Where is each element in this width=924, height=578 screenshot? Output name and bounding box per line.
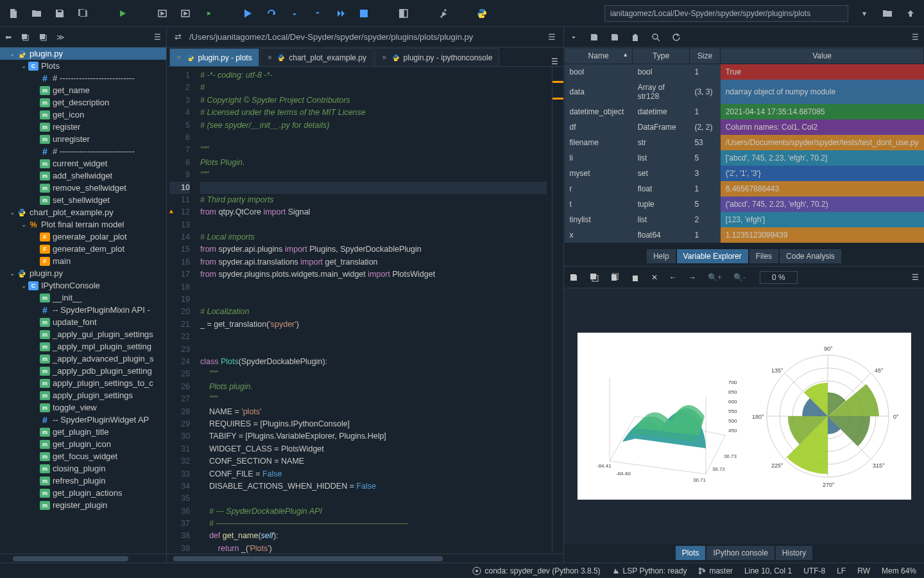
- editor-hscroll[interactable]: [167, 554, 563, 563]
- variable-row[interactable]: lilist5['abcd', 745, 2.23, 'efgh', 70.2]: [565, 150, 924, 166]
- status-cursor-pos[interactable]: Line 10, Col 1: [744, 566, 792, 575]
- right-tab[interactable]: Files: [749, 249, 778, 263]
- outline-item[interactable]: mget_plugin_icon: [0, 438, 166, 450]
- outline-item[interactable]: mcurrent_widget: [0, 157, 166, 170]
- save-icon[interactable]: [53, 6, 67, 21]
- expand-icon[interactable]: ≫: [56, 33, 65, 42]
- python-path-icon[interactable]: [476, 8, 488, 19]
- plot-zoomout-icon[interactable]: 🔍-: [733, 273, 746, 282]
- status-mem[interactable]: Mem 64%: [882, 566, 916, 575]
- tab-close-icon[interactable]: ×: [176, 53, 182, 62]
- outline-item[interactable]: mget_plugin_title: [0, 426, 166, 438]
- plot-viewer[interactable]: -84.41 -84.40 36.71 36.72 36.73 700 650 …: [564, 288, 924, 543]
- status-conda[interactable]: conda: spyder_dev (Python 3.8.5): [472, 566, 600, 575]
- outline-item[interactable]: mtoggle_view: [0, 401, 166, 414]
- run-icon[interactable]: [116, 6, 130, 21]
- variable-row[interactable]: filenamestr53/Users/Documents/spyder/spy…: [565, 135, 924, 150]
- debug-icon[interactable]: [241, 6, 255, 21]
- editor-tab[interactable]: ×plugin.py - ipythonconsole: [375, 48, 499, 66]
- preferences-icon[interactable]: [436, 6, 450, 21]
- debug-continue-icon[interactable]: [334, 6, 348, 21]
- editor-tab[interactable]: ×plugin.py - plots: [169, 48, 259, 66]
- debug-step-out-icon[interactable]: [311, 6, 325, 21]
- outline-item[interactable]: #-- SpyderPluginMixin API -: [0, 304, 166, 316]
- plot-deleteall-icon[interactable]: ✕: [651, 273, 658, 282]
- editor-minimap[interactable]: [552, 67, 563, 554]
- plot-copy-icon[interactable]: [610, 273, 619, 282]
- code-body[interactable]: # -*- coding: utf-8 -*-## Copyright © Sp…: [195, 67, 552, 554]
- run-cell-icon[interactable]: [155, 6, 169, 21]
- outline-item[interactable]: Fmain: [0, 255, 166, 267]
- outline-item[interactable]: mremove_shellwidget: [0, 182, 166, 194]
- outline-item[interactable]: munregister: [0, 133, 166, 145]
- plots-tab[interactable]: IPython console: [706, 546, 774, 560]
- outline-item[interactable]: Fgenerate_polar_plot: [0, 231, 166, 243]
- outline-item[interactable]: Fgenerate_dem_plot: [0, 243, 166, 255]
- outline-item[interactable]: mregister: [0, 121, 166, 133]
- ve-delete-icon[interactable]: [631, 33, 640, 42]
- status-lsp[interactable]: LSP Python: ready: [612, 566, 687, 575]
- outline-item[interactable]: mclosing_plugin: [0, 462, 166, 475]
- outline-tree[interactable]: ⌄plugin.py⌄CPlots## --------------------…: [0, 48, 166, 554]
- variable-row[interactable]: boolbool1True: [565, 64, 924, 80]
- tab-close-icon[interactable]: ×: [268, 53, 273, 62]
- outline-item[interactable]: mrefresh_plugin: [0, 475, 166, 487]
- ve-import-icon[interactable]: [569, 33, 578, 42]
- ve-menu-icon[interactable]: ☰: [912, 33, 919, 42]
- variable-row[interactable]: ttuple5('abcd', 745, 2.23, 'efgh', 70.2): [565, 197, 924, 212]
- status-encoding[interactable]: UTF-8: [803, 566, 825, 575]
- run-cell-advance-icon[interactable]: [178, 6, 193, 21]
- right-tab[interactable]: Variable Explorer: [677, 249, 748, 263]
- right-tab[interactable]: Code Analysis: [780, 249, 841, 263]
- ve-col-size[interactable]: Size: [689, 48, 720, 64]
- outline-item[interactable]: ## ---------------------------: [0, 72, 166, 84]
- plot-zoomin-icon[interactable]: 🔍+: [708, 273, 722, 282]
- outline-item[interactable]: ## ---------------------------: [0, 145, 166, 157]
- code-editor[interactable]: 1234567891011▲12131415161718192021222324…: [167, 67, 563, 554]
- outline-item[interactable]: mget_focus_widget: [0, 450, 166, 462]
- outline-item[interactable]: mset_shellwidget: [0, 194, 166, 206]
- outline-item[interactable]: ⌄CPlots: [0, 60, 166, 72]
- outline-item[interactable]: mapply_plugin_settings_to_c: [0, 377, 166, 389]
- outline-item[interactable]: m_apply_advanced_plugin_s: [0, 353, 166, 365]
- outline-item[interactable]: ⌄chart_plot_example.py: [0, 206, 166, 218]
- debug-stop-icon[interactable]: [357, 6, 371, 21]
- outline-item[interactable]: m_apply_pdb_plugin_setting: [0, 365, 166, 377]
- breadcrumb-nav-icon[interactable]: ⇄: [175, 32, 182, 42]
- parent-dir-icon[interactable]: [903, 6, 918, 21]
- plot-next-icon[interactable]: →: [689, 273, 696, 282]
- outline-item[interactable]: madd_shellwidget: [0, 170, 166, 182]
- variable-row[interactable]: tinylistlist2[123, 'efgh']: [565, 212, 924, 227]
- outline-item[interactable]: m_apply_mpl_plugin_setting: [0, 340, 166, 353]
- outline-item[interactable]: m__init__: [0, 292, 166, 304]
- variable-table[interactable]: Name▲ Type Size Value boolbool1TruedataA…: [564, 48, 924, 243]
- ve-saveas-icon[interactable]: [610, 33, 619, 42]
- ve-col-name[interactable]: Name▲: [565, 48, 633, 64]
- outline-item[interactable]: ⌄plugin.py: [0, 267, 166, 279]
- ve-col-value[interactable]: Value: [721, 48, 924, 64]
- outline-item[interactable]: mregister_plugin: [0, 499, 166, 511]
- variable-row[interactable]: dfDataFrame(2, 2)Column names: Col1, Col…: [565, 119, 924, 135]
- copy2-icon[interactable]: [38, 33, 47, 42]
- ve-save-icon[interactable]: [590, 33, 599, 42]
- variable-row[interactable]: xfloat6411.1235123099439: [565, 227, 924, 243]
- tab-close-icon[interactable]: ×: [382, 53, 387, 62]
- back-icon[interactable]: ⬅: [5, 33, 12, 42]
- new-file-icon[interactable]: [6, 6, 21, 21]
- outline-item[interactable]: m_apply_gui_plugin_settings: [0, 328, 166, 340]
- outline-item[interactable]: mupdate_font: [0, 316, 166, 328]
- outline-item[interactable]: mget_icon: [0, 109, 166, 121]
- maximize-pane-icon[interactable]: [397, 6, 411, 21]
- plot-delete-icon[interactable]: [631, 273, 640, 282]
- open-folder-icon[interactable]: [30, 6, 44, 21]
- ve-refresh-icon[interactable]: [672, 33, 681, 42]
- outline-item[interactable]: mget_description: [0, 96, 166, 109]
- editor-tab-menu-icon[interactable]: ☰: [546, 57, 563, 66]
- outline-item[interactable]: ⌄CIPythonConsole: [0, 279, 166, 292]
- outline-item[interactable]: #-- SpyderPluginWidget AP: [0, 414, 166, 426]
- working-dir-input[interactable]: [604, 5, 848, 22]
- save-all-icon[interactable]: [76, 6, 90, 21]
- outline-item[interactable]: mapply_plugin_settings: [0, 389, 166, 401]
- variable-row[interactable]: rfloat16.46567886443: [565, 181, 924, 197]
- right-tab[interactable]: Help: [647, 249, 676, 263]
